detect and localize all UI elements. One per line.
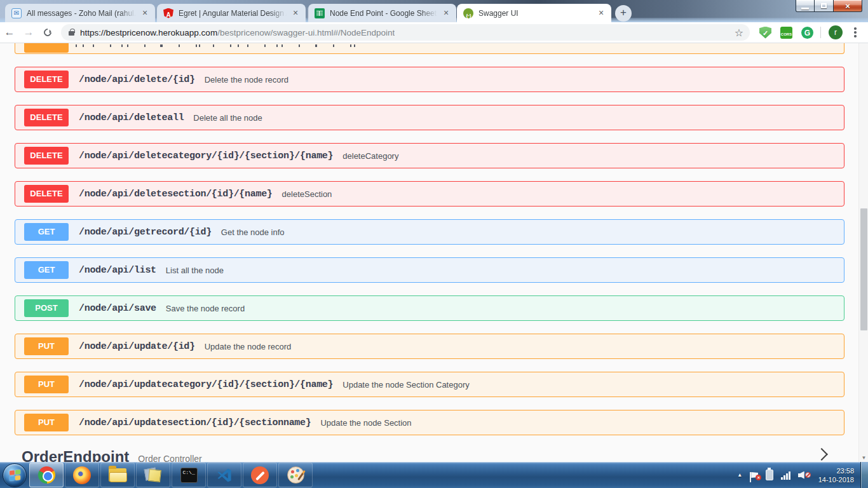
clock-time: 23:58 bbox=[818, 466, 854, 475]
endpoint-path: /node/api/getrecord/{id} bbox=[79, 227, 212, 238]
volume-muted-icon[interactable] bbox=[798, 471, 807, 479]
endpoint-row[interactable]: POST /node/api/save Save the node record bbox=[15, 295, 844, 321]
endpoint-path: /node/api/deletecategory/{id}/{section}/… bbox=[79, 151, 333, 161]
new-tab-button[interactable]: + bbox=[615, 5, 632, 22]
adblock-shield-icon[interactable]: ✓ bbox=[759, 27, 771, 39]
tab-title: All messages - Zoho Mail (rahul.t bbox=[27, 9, 136, 18]
method-badge-partial bbox=[24, 43, 69, 53]
zoho-mail-icon: ✉ bbox=[11, 8, 22, 18]
endpoint-path: /node/api/deletesection/{id}/{name} bbox=[79, 189, 273, 200]
angular-icon: A bbox=[163, 8, 173, 18]
endpoint-description: Update the node Section Category bbox=[342, 380, 469, 390]
section-title: OrderEndpoint bbox=[22, 448, 129, 462]
sticky-notes-icon bbox=[145, 467, 161, 484]
scrollbar-thumb[interactable] bbox=[860, 208, 867, 330]
browser-tab-strip: ✉ All messages - Zoho Mail (rahul.t × A … bbox=[0, 0, 868, 22]
taskbar-paint-button[interactable] bbox=[278, 463, 313, 487]
endpoint-path: /node/api/save bbox=[79, 303, 156, 314]
start-button[interactable] bbox=[3, 463, 27, 487]
scrollbar-down-arrow[interactable]: ▼ bbox=[859, 455, 868, 461]
chrome-icon bbox=[38, 466, 55, 484]
windows-taskbar: C:\_ ▲ × 23:58 14-10-2018 bbox=[0, 462, 868, 488]
url-domain: https://bestpricenow.herokuapp.com bbox=[80, 28, 217, 37]
close-tab-icon[interactable]: × bbox=[441, 8, 451, 18]
endpoint-list: DELETE /node/api/delete/{id} Delete the … bbox=[15, 67, 844, 435]
tab-swagger-ui[interactable]: {··} Swagger UI × bbox=[457, 4, 611, 22]
taskbar-postman-button[interactable] bbox=[243, 463, 277, 487]
tab-egret-angular[interactable]: A Egret | Angular Material Design A × bbox=[157, 4, 306, 22]
endpoint-row[interactable]: DELETE /node/api/deletesection/{id}/{nam… bbox=[15, 181, 844, 207]
endpoint-row[interactable]: DELETE /node/api/delete/{id} Delete the … bbox=[15, 67, 844, 92]
tab-google-sheets[interactable]: Node End Point - Google Sheets × bbox=[308, 4, 456, 22]
endpoint-row[interactable]: GET /node/api/list List all the node bbox=[15, 257, 844, 283]
forward-icon: → bbox=[19, 26, 38, 39]
close-tab-icon[interactable]: × bbox=[596, 8, 606, 18]
url-path: /bestpricenow/swagger-ui.html#/NodeEndpo… bbox=[217, 28, 395, 37]
section-subtitle: Order Controller bbox=[138, 454, 201, 462]
cors-extension-icon[interactable]: CORS bbox=[780, 27, 792, 39]
browser-toolbar: ← → https://bestpricenow.herokuapp.com/b… bbox=[0, 22, 868, 43]
taskbar-sticky-notes-button[interactable] bbox=[136, 463, 170, 487]
endpoint-path: /node/api/delete/{id} bbox=[79, 74, 195, 85]
endpoint-row[interactable]: GET /node/api/getrecord/{id} Get the nod… bbox=[15, 219, 844, 245]
close-window-button[interactable]: × bbox=[833, 0, 862, 12]
endpoint-row[interactable]: DELETE /node/api/deleteall Delete all th… bbox=[15, 105, 844, 130]
grammarly-icon[interactable]: G bbox=[801, 27, 813, 39]
expand-chevron-icon[interactable] bbox=[815, 448, 828, 461]
taskbar-vscode-button[interactable] bbox=[207, 463, 241, 487]
endpoint-row[interactable]: PUT /node/api/updatesection/{id}/{sectio… bbox=[15, 410, 844, 435]
method-badge: PUT bbox=[24, 414, 69, 431]
tab-separator bbox=[156, 8, 156, 18]
close-tab-icon[interactable]: × bbox=[290, 8, 301, 18]
back-icon[interactable]: ← bbox=[0, 26, 19, 39]
endpoint-row[interactable]: PUT /node/api/update/{id} Update the nod… bbox=[15, 334, 844, 359]
endpoint-description: Delete the node record bbox=[205, 75, 288, 85]
taskbar-clock[interactable]: 23:58 14-10-2018 bbox=[818, 466, 854, 484]
bookmark-star-icon[interactable]: ☆ bbox=[735, 27, 743, 39]
method-badge: DELETE bbox=[24, 71, 69, 88]
order-endpoint-section-header[interactable]: OrderEndpoint Order Controller bbox=[22, 448, 202, 462]
network-signal-icon[interactable] bbox=[781, 471, 790, 480]
taskbar-cmd-button[interactable]: C:\_ bbox=[172, 463, 206, 487]
tab-title: Swagger UI bbox=[478, 9, 592, 18]
tab-zoho-mail[interactable]: ✉ All messages - Zoho Mail (rahul.t × bbox=[5, 4, 155, 22]
clipped-path-text bbox=[76, 44, 355, 47]
method-badge: GET bbox=[24, 261, 69, 279]
clock-date: 14-10-2018 bbox=[818, 475, 854, 484]
profile-avatar[interactable]: r bbox=[829, 25, 843, 39]
show-desktop-button[interactable] bbox=[860, 462, 868, 488]
endpoint-description: deleteSection bbox=[282, 189, 332, 199]
battery-icon[interactable] bbox=[766, 470, 773, 480]
show-hidden-icons-arrow[interactable]: ▲ bbox=[732, 472, 747, 478]
endpoint-row-partial[interactable] bbox=[15, 43, 844, 54]
toolbar-separator bbox=[820, 27, 821, 38]
endpoint-path: /node/api/deleteall bbox=[79, 112, 184, 123]
endpoint-row[interactable]: PUT /node/api/updatecategory/{id}/{secti… bbox=[15, 372, 844, 397]
taskbar-firefox-button[interactable] bbox=[65, 463, 99, 487]
endpoint-row[interactable]: DELETE /node/api/deletecategory/{id}/{se… bbox=[15, 143, 844, 168]
address-bar[interactable]: https://bestpricenow.herokuapp.com/bestp… bbox=[61, 24, 750, 41]
method-badge: DELETE bbox=[24, 109, 69, 126]
swagger-page: DELETE /node/api/delete/{id} Delete the … bbox=[0, 43, 868, 462]
method-badge: PUT bbox=[24, 337, 69, 355]
maximize-button[interactable] bbox=[815, 0, 833, 12]
page-scrollbar[interactable]: ▼ bbox=[858, 43, 868, 462]
tab-separator bbox=[307, 8, 308, 18]
method-badge: GET bbox=[24, 223, 69, 241]
secure-lock-icon[interactable] bbox=[69, 31, 74, 36]
taskbar-explorer-button[interactable] bbox=[100, 463, 135, 487]
reload-icon[interactable] bbox=[38, 29, 57, 36]
endpoint-description: Save the node record bbox=[166, 304, 245, 313]
endpoint-description: List all the node bbox=[166, 266, 224, 275]
browser-menu-icon[interactable] bbox=[848, 27, 863, 37]
endpoint-description: Update the node Section bbox=[320, 418, 411, 428]
close-tab-icon[interactable]: × bbox=[140, 8, 150, 18]
paint-palette-icon bbox=[287, 466, 304, 484]
google-sheets-icon bbox=[315, 8, 325, 18]
taskbar-chrome-button[interactable] bbox=[29, 463, 64, 487]
minimize-button[interactable] bbox=[796, 0, 815, 12]
endpoint-path: /node/api/list bbox=[79, 265, 156, 276]
method-badge: DELETE bbox=[24, 185, 69, 203]
windows-flag-icon bbox=[10, 470, 20, 481]
action-center-flag-icon[interactable]: × bbox=[751, 472, 758, 478]
